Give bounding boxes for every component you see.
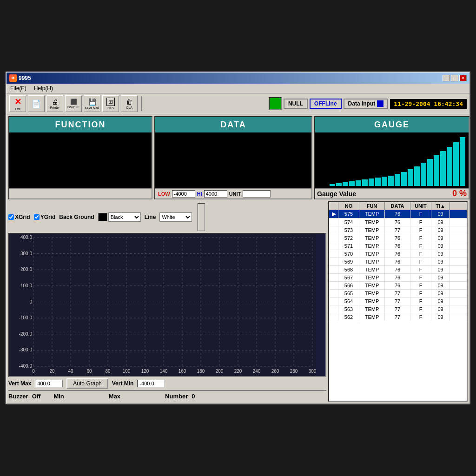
row-unit: F <box>410 234 431 242</box>
table-row[interactable]: 573 TEMP 77 F 09 <box>329 226 467 234</box>
auto-graph-button[interactable]: Auto Graph <box>66 378 108 389</box>
background-label: Back Ground <box>59 214 94 220</box>
xgrid-checkbox-label[interactable]: XGrid <box>8 214 30 220</box>
ygrid-checkbox-label[interactable]: YGrid <box>34 214 56 220</box>
row-no: 563 <box>338 305 359 313</box>
row-no: 575 <box>338 210 359 218</box>
row-no: 573 <box>338 226 359 234</box>
unit-input[interactable] <box>243 190 271 198</box>
background-dropdown[interactable]: Black White <box>108 212 141 222</box>
row-no: 564 <box>338 298 359 305</box>
table-row[interactable]: 574 TEMP 76 F 09 <box>329 218 467 226</box>
row-arrow <box>329 282 338 289</box>
row-arrow <box>329 290 338 297</box>
row-fun: TEMP <box>359 274 385 281</box>
gauge-value: 0 % <box>452 189 467 198</box>
printer-button[interactable]: 🖨 Printer <box>46 95 63 112</box>
data-table: NO FUN DATA UNIT TI▲ ▶ 575 TEMP 76 F 09 … <box>328 201 468 402</box>
row-arrow: ▶ <box>329 210 338 218</box>
main-content: FUNCTION DATA LOW HI UNIT GAUGE <box>7 114 469 403</box>
saveload-button[interactable]: 💾 save load <box>84 95 100 112</box>
null-button[interactable]: NULL <box>284 99 308 109</box>
row-unit: F <box>410 250 431 258</box>
row-fun: TEMP <box>359 298 385 305</box>
row-arrow <box>329 258 338 265</box>
title-bar: ≋ 9995 _ □ ✕ <box>7 73 469 84</box>
top-panels: FUNCTION DATA LOW HI UNIT GAUGE <box>8 116 468 199</box>
dnoff-button[interactable]: ⬛ DN/OFF <box>65 95 82 112</box>
row-no: 574 <box>338 218 359 226</box>
cls-button[interactable]: ⊞ CLS <box>102 95 119 112</box>
table-row[interactable]: 569 TEMP 76 F 09 <box>329 258 467 266</box>
datainput-button[interactable]: Data Input <box>344 99 389 109</box>
title-bar-text: ≋ 9995 <box>9 74 31 82</box>
row-arrow <box>329 274 338 281</box>
status-indicator <box>269 97 282 110</box>
gauge-canvas <box>315 132 469 188</box>
table-row[interactable]: 563 TEMP 77 F 09 <box>329 305 467 313</box>
row-data: 76 <box>385 242 410 250</box>
file-menu[interactable]: File(F) <box>8 85 28 92</box>
table-row[interactable]: 566 TEMP 76 F 09 <box>329 282 467 290</box>
row-arrow <box>329 242 338 250</box>
table-row[interactable]: 565 TEMP 77 F 09 <box>329 290 467 298</box>
row-arrow <box>329 218 338 226</box>
col-unit: UNIT <box>410 202 431 210</box>
table-row[interactable]: 570 TEMP 76 F 09 <box>329 250 467 258</box>
table-row[interactable]: 571 TEMP 76 F 09 <box>329 242 467 250</box>
row-ti: 09 <box>431 282 450 289</box>
row-data: 76 <box>385 218 410 226</box>
row-data: 77 <box>385 298 410 305</box>
row-arrow <box>329 250 338 258</box>
row-data: 77 <box>385 226 410 234</box>
row-arrow <box>329 266 338 273</box>
row-data: 76 <box>385 250 410 258</box>
maximize-button[interactable]: □ <box>451 75 458 81</box>
row-data: 76 <box>385 258 410 265</box>
cla-button[interactable]: 🗑 CLA <box>121 95 138 112</box>
line-selector: White Black <box>159 212 192 222</box>
row-no: 568 <box>338 266 359 273</box>
close-button[interactable]: ✕ <box>459 75 467 81</box>
xgrid-checkbox[interactable] <box>8 214 14 220</box>
table-row[interactable]: 568 TEMP 76 F 09 <box>329 266 467 274</box>
line-label: Line <box>145 214 156 220</box>
row-arrow <box>329 313 338 321</box>
vert-min-input[interactable] <box>137 380 165 387</box>
row-fun: TEMP <box>359 234 385 242</box>
low-label: LOW <box>158 191 170 197</box>
table-row[interactable]: 572 TEMP 76 F 09 <box>329 234 467 242</box>
graph-canvas <box>9 234 316 377</box>
row-ti: 09 <box>431 258 450 265</box>
line-dropdown[interactable]: White Black <box>159 212 192 222</box>
row-unit: F <box>410 298 431 305</box>
minimize-button[interactable]: _ <box>443 75 450 81</box>
row-data: 76 <box>385 274 410 281</box>
col-no: NO <box>338 202 359 210</box>
row-data: 76 <box>385 282 410 289</box>
row-unit: F <box>410 242 431 250</box>
table-row[interactable]: 564 TEMP 77 F 09 <box>329 298 467 305</box>
table-row[interactable]: 567 TEMP 76 F 09 <box>329 274 467 282</box>
table-body: ▶ 575 TEMP 76 F 09 574 TEMP 76 F 09 573 … <box>329 210 467 401</box>
row-fun: TEMP <box>359 218 385 226</box>
load-button[interactable]: 📄 <box>28 95 45 112</box>
bottom-section: XGrid YGrid Back Ground Black White <box>8 201 468 402</box>
save-icon: 💾 <box>88 98 96 106</box>
table-header: NO FUN DATA UNIT TI▲ <box>329 202 467 210</box>
table-row[interactable]: 562 TEMP 77 F 09 <box>329 313 467 321</box>
ygrid-checkbox[interactable] <box>34 214 40 220</box>
row-ti: 09 <box>431 218 450 226</box>
exit-button[interactable]: ✕ Exit <box>9 95 26 112</box>
gauge-footer: Gauge Value 0 % <box>315 188 469 198</box>
vert-max-input[interactable] <box>35 380 63 387</box>
hi-input[interactable] <box>204 190 227 198</box>
low-input[interactable] <box>172 190 195 198</box>
help-menu[interactable]: Help(H) <box>32 85 55 92</box>
col-data: DATA <box>385 202 410 210</box>
buzzer-row: Buzzer Off Min Max Number 0 <box>8 390 326 402</box>
background-color-preview <box>98 213 107 221</box>
scrollbar[interactable] <box>198 203 205 231</box>
offline-button[interactable]: OFFLine <box>310 99 342 109</box>
table-row[interactable]: ▶ 575 TEMP 76 F 09 <box>329 210 467 218</box>
